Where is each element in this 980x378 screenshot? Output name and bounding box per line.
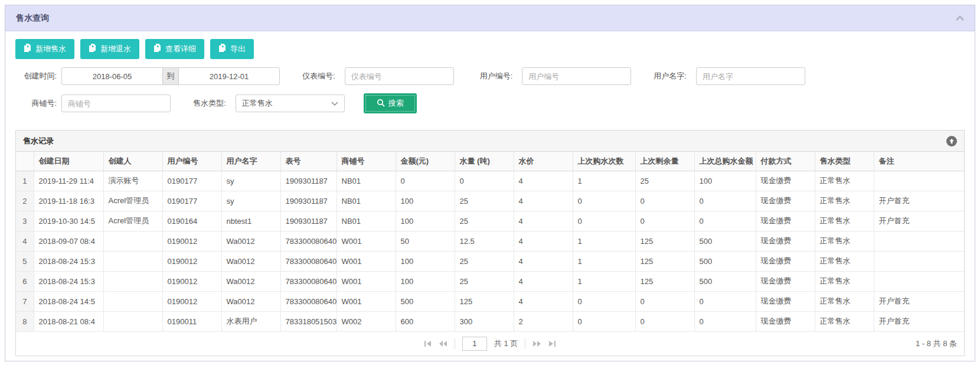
table-row[interactable]: 32019-10-30 14:5Acrel管理员0190164nbtest119… bbox=[16, 211, 964, 231]
table-row[interactable]: 12019-11-29 11:4演示账号0190177sy1909301187N… bbox=[16, 171, 964, 191]
cell: 1 bbox=[573, 271, 635, 291]
cell: 1 bbox=[573, 251, 635, 271]
cell: 现金缴费 bbox=[756, 311, 815, 331]
add-refund-button[interactable]: 新增退水 bbox=[80, 39, 139, 59]
cell: 100 bbox=[694, 171, 756, 191]
cell: 500 bbox=[694, 251, 756, 271]
button-label: 查看详细 bbox=[165, 44, 196, 54]
cell: 2018-08-21 08:4 bbox=[34, 311, 103, 331]
column-header: 售水类型 bbox=[815, 152, 874, 171]
search-button-label: 搜索 bbox=[388, 98, 404, 109]
cell: W001 bbox=[337, 271, 396, 291]
scroll-top-icon[interactable] bbox=[946, 136, 957, 146]
records-panel: 售水记录 创建日期创建人用户编号用户名字表号商铺号金额(元)水量 (吨)水价上次… bbox=[15, 130, 965, 356]
cell bbox=[103, 271, 162, 291]
cell: 正常售水 bbox=[815, 171, 874, 191]
cell: 4 bbox=[514, 171, 573, 191]
user-name-input[interactable] bbox=[696, 67, 805, 85]
cell: 25 bbox=[455, 271, 514, 291]
cell: 500 bbox=[694, 231, 756, 251]
last-page-icon[interactable] bbox=[548, 340, 556, 347]
cell bbox=[874, 251, 964, 271]
export-button[interactable]: 导出 bbox=[210, 39, 254, 59]
table-row[interactable]: 82018-08-21 08:40190011水表用户7833180515039… bbox=[16, 311, 964, 331]
column-header: 创建日期 bbox=[34, 152, 103, 171]
user-no-input[interactable] bbox=[522, 67, 631, 85]
row-number-cell: 1 bbox=[16, 171, 34, 191]
cell: 125 bbox=[635, 271, 694, 291]
cell: 正常售水 bbox=[815, 191, 874, 211]
cell: 125 bbox=[635, 251, 694, 271]
cell: 0190177 bbox=[162, 171, 221, 191]
table-row[interactable]: 72018-08-24 14:50190012Wa001278330008064… bbox=[16, 291, 964, 311]
search-button[interactable]: 搜索 bbox=[364, 93, 417, 113]
cell: 125 bbox=[635, 231, 694, 251]
create-time-label: 创建时间: bbox=[15, 71, 57, 82]
cell bbox=[874, 271, 964, 291]
cell: 500 bbox=[694, 271, 756, 291]
page-input[interactable] bbox=[462, 337, 487, 351]
date-range-separator: 到 bbox=[163, 67, 178, 85]
cell: 4 bbox=[514, 271, 573, 291]
date-from-input[interactable] bbox=[61, 67, 163, 85]
cell: 水表用户 bbox=[221, 311, 280, 331]
doc-icon bbox=[24, 44, 31, 54]
cell: W001 bbox=[337, 231, 396, 251]
row-number-cell: 5 bbox=[16, 251, 34, 271]
column-header: 创建人 bbox=[103, 152, 162, 171]
table-row[interactable]: 62018-08-24 15:30190012Wa001278330008064… bbox=[16, 271, 964, 291]
cell: 2019-11-29 11:4 bbox=[34, 171, 103, 191]
cell: 100 bbox=[396, 251, 455, 271]
cell: 开户首充 bbox=[874, 291, 964, 311]
toolbar: 新增售水 新增退水 查看详细 导出 bbox=[15, 39, 965, 59]
cell: 开户首充 bbox=[874, 211, 964, 231]
prev-page-icon[interactable] bbox=[439, 340, 447, 347]
cell: W001 bbox=[337, 251, 396, 271]
cell: 0 bbox=[573, 311, 635, 331]
cell bbox=[874, 171, 964, 191]
table-row[interactable]: 52018-08-24 15:30190012Wa001278330008064… bbox=[16, 251, 964, 271]
cell: 现金缴费 bbox=[756, 251, 815, 271]
cell: 25 bbox=[455, 211, 514, 231]
cell: 正常售水 bbox=[815, 231, 874, 251]
shop-no-input[interactable] bbox=[61, 94, 171, 112]
cell: Wa0012 bbox=[221, 271, 280, 291]
cell: 12.5 bbox=[455, 231, 514, 251]
cell: 0 bbox=[635, 311, 694, 331]
button-label: 导出 bbox=[230, 44, 246, 54]
table-row[interactable]: 22019-11-18 16:3Acrel管理员0190177sy1909301… bbox=[16, 191, 964, 211]
add-sale-button[interactable]: 新增售水 bbox=[15, 39, 74, 59]
cell: Wa0012 bbox=[221, 251, 280, 271]
cell: 25 bbox=[455, 191, 514, 211]
date-to-input[interactable] bbox=[178, 67, 280, 85]
cell: 演示账号 bbox=[103, 171, 162, 191]
records-panel-header: 售水记录 bbox=[16, 131, 964, 152]
cell bbox=[874, 231, 964, 251]
cell: 正常售水 bbox=[815, 291, 874, 311]
cell: 正常售水 bbox=[815, 251, 874, 271]
records-table: 创建日期创建人用户编号用户名字表号商铺号金额(元)水量 (吨)水价上次购水次数上… bbox=[16, 152, 964, 332]
cell: 0190012 bbox=[162, 251, 221, 271]
sale-type-select[interactable]: 正常售水 bbox=[236, 94, 345, 112]
next-page-icon[interactable] bbox=[533, 340, 541, 347]
column-header: 上次剩余量 bbox=[635, 152, 694, 171]
cell: 4 bbox=[514, 251, 573, 271]
pager-divider bbox=[455, 338, 455, 349]
meter-no-input[interactable] bbox=[345, 67, 454, 85]
cell: NB01 bbox=[337, 211, 396, 231]
first-page-icon[interactable] bbox=[424, 340, 432, 347]
cell bbox=[103, 231, 162, 251]
cell: 1 bbox=[573, 231, 635, 251]
table-row[interactable]: 42018-09-07 08:40190012Wa001278330008064… bbox=[16, 231, 964, 251]
user-no-label: 用户编号: bbox=[480, 71, 513, 82]
cell: 2018-09-07 08:4 bbox=[34, 231, 103, 251]
cell: 0 bbox=[635, 291, 694, 311]
cell: 2018-08-24 15:3 bbox=[34, 271, 103, 291]
view-detail-button[interactable]: 查看详细 bbox=[145, 39, 204, 59]
collapse-panel-icon[interactable] bbox=[956, 15, 964, 21]
cell: 1909301187 bbox=[280, 171, 337, 191]
cell: 0 bbox=[694, 211, 756, 231]
cell: 0 bbox=[455, 171, 514, 191]
cell: 1 bbox=[573, 171, 635, 191]
sale-type-label: 售水类型: bbox=[193, 98, 226, 109]
